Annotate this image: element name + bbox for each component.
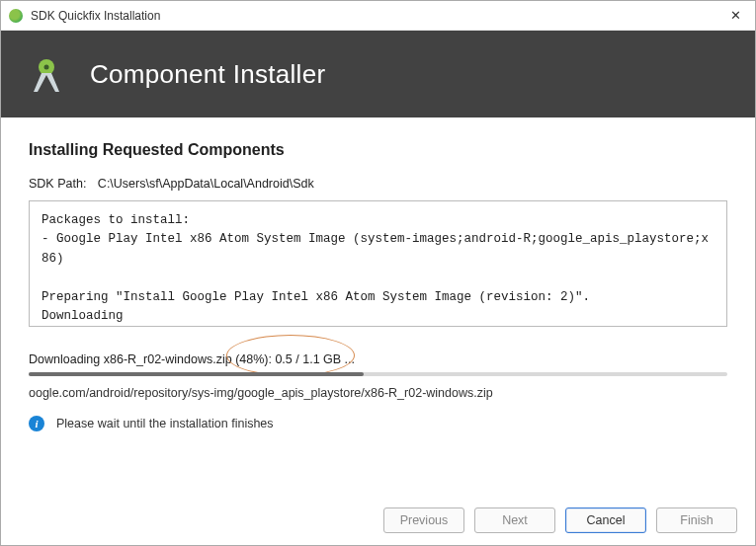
finish-button: Finish — [656, 507, 737, 533]
close-icon[interactable]: ✕ — [715, 1, 755, 31]
banner-heading: Component Installer — [90, 59, 325, 90]
page-title: Installing Requested Components — [29, 141, 727, 159]
content: Installing Requested Components SDK Path… — [1, 117, 755, 431]
next-button: Next — [474, 507, 555, 533]
info-text: Please wait until the installation finis… — [56, 417, 274, 430]
cancel-button[interactable]: Cancel — [565, 507, 646, 533]
titlebar: SDK Quickfix Installation ✕ — [1, 1, 755, 31]
banner: Component Installer — [1, 31, 755, 117]
progress-label: Downloading x86-R_r02-windows.zip (48%):… — [29, 352, 727, 366]
sdk-path-label: SDK Path: — [29, 177, 86, 191]
sdk-path-value: C:\Users\sf\AppData\Local\Android\Sdk — [98, 177, 314, 191]
android-studio-icon — [25, 52, 90, 96]
window-title: SDK Quickfix Installation — [31, 9, 715, 23]
progress-area: Downloading x86-R_r02-windows.zip (48%):… — [29, 352, 727, 431]
previous-button: Previous — [383, 507, 464, 533]
progress-fill — [29, 372, 364, 376]
progress-detail: oogle.com/android/repository/sys-img/goo… — [29, 386, 727, 400]
sdk-path-row: SDK Path: C:\Users\sf\AppData\Local\Andr… — [29, 177, 727, 191]
install-log[interactable]: Packages to install: - Google Play Intel… — [29, 200, 727, 327]
app-icon-small — [9, 9, 23, 23]
info-icon: i — [29, 416, 44, 431]
progress-bar — [29, 372, 727, 376]
svg-point-1 — [44, 65, 49, 70]
info-line: i Please wait until the installation fin… — [29, 416, 727, 431]
button-row: Previous Next Cancel Finish — [1, 496, 755, 545]
